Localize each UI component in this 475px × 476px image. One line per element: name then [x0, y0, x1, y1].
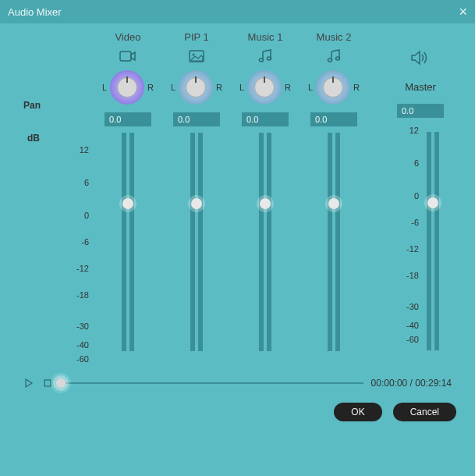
db-scale-master: 12 6 0 -6 -12 -18 -30 -40 -60 [397, 126, 422, 344]
pan-knob[interactable] [110, 70, 144, 105]
scale-tick: -30 [76, 321, 89, 331]
channel-label: Music 1 [248, 31, 283, 45]
svg-rect-7 [44, 380, 51, 386]
scale-tick: 12 [409, 126, 419, 135]
speaker-icon [410, 48, 431, 67]
image-icon [189, 47, 204, 66]
pan-knob[interactable] [247, 70, 282, 105]
pan-left-label: L [308, 83, 313, 92]
fader-thumb[interactable] [427, 197, 438, 208]
scale-tick: -12 [76, 264, 89, 273]
channel-master: Master 12 6 0 -6 -12 -18 -30 -40 -60 [381, 31, 459, 364]
playback-bar: 00:00:00 / 00:29:14 [16, 378, 459, 389]
timeline-thumb[interactable] [56, 378, 66, 388]
volume-fader[interactable] [254, 133, 276, 351]
channel-pip1: PIP 1 L R [162, 31, 231, 364]
pan-right-label: R [147, 83, 154, 92]
time-display: 00:00:00 / 00:29:14 [371, 378, 452, 389]
timeline-slider[interactable] [61, 382, 363, 384]
fader-thumb[interactable] [191, 198, 202, 209]
pan-right-label: R [285, 83, 291, 92]
channel-label: PIP 1 [184, 31, 209, 45]
music-icon [257, 47, 273, 66]
ok-button[interactable]: OK [334, 403, 381, 421]
channel-music1: Music 1 L R [231, 31, 300, 364]
pan-knob[interactable] [179, 70, 213, 105]
scale-tick: -18 [76, 290, 89, 300]
db-input[interactable] [173, 112, 220, 126]
db-row-label: dB [27, 133, 40, 144]
volume-fader[interactable] [422, 132, 444, 350]
titlebar: Audio Mixer × [0, 0, 475, 23]
fader-thumb[interactable] [260, 198, 271, 209]
scale-tick: -12 [406, 244, 419, 254]
scale-tick: -30 [406, 302, 419, 311]
row-labels: Pan dB [16, 31, 62, 364]
scale-tick: -60 [406, 335, 419, 344]
db-input[interactable] [310, 112, 357, 126]
close-icon[interactable]: × [459, 4, 467, 20]
pan-right-label: R [216, 83, 222, 92]
svg-point-6 [336, 57, 340, 60]
pan-left-label: L [239, 83, 244, 92]
scale-tick: -6 [81, 237, 89, 247]
channel-label: Music 2 [317, 31, 352, 45]
scale-tick: -18 [406, 271, 419, 280]
camera-icon [119, 47, 136, 66]
channel-video: Video L R [94, 31, 162, 364]
scale-tick: 0 [414, 191, 419, 201]
channel-label: Video [115, 31, 140, 45]
fader-thumb[interactable] [122, 198, 133, 209]
db-input[interactable] [242, 112, 289, 126]
play-button[interactable] [23, 378, 34, 389]
svg-point-2 [193, 54, 195, 56]
pan-knob[interactable] [316, 70, 350, 105]
mixer-content: Pan dB 12 6 0 -6 -12 -18 -30 -40 -60 Vid… [0, 23, 475, 389]
db-input[interactable] [397, 104, 444, 118]
volume-fader[interactable] [117, 133, 139, 351]
music-icon [326, 47, 342, 66]
scale-tick: 6 [414, 158, 419, 168]
volume-fader[interactable] [186, 133, 207, 351]
master-label: Master [405, 81, 436, 93]
svg-point-5 [328, 59, 332, 62]
svg-point-4 [268, 57, 271, 60]
window-title: Audio Mixer [8, 6, 62, 18]
footer: OK Cancel [0, 389, 475, 435]
scale-tick: -60 [76, 354, 89, 364]
scale-tick: -6 [411, 218, 419, 227]
pan-row-label: Pan [23, 100, 41, 111]
svg-point-3 [260, 59, 264, 62]
cancel-button[interactable]: Cancel [393, 403, 456, 421]
pan-left-label: L [171, 83, 175, 92]
scale-tick: -40 [406, 321, 419, 330]
pan-right-label: R [353, 83, 360, 92]
channel-music2: Music 2 L R [300, 31, 368, 364]
db-input[interactable] [105, 112, 151, 126]
fader-thumb[interactable] [328, 198, 339, 209]
volume-fader[interactable] [323, 133, 345, 351]
db-scale-left: 12 6 0 -6 -12 -18 -30 -40 -60 [62, 145, 94, 364]
stop-button[interactable] [42, 378, 53, 389]
scale-tick: 0 [84, 211, 89, 220]
pan-left-label: L [102, 83, 107, 92]
svg-rect-0 [120, 52, 131, 61]
scale-tick: -40 [76, 340, 89, 350]
scale-tick: 6 [84, 178, 89, 187]
scale-tick: 12 [80, 145, 89, 155]
